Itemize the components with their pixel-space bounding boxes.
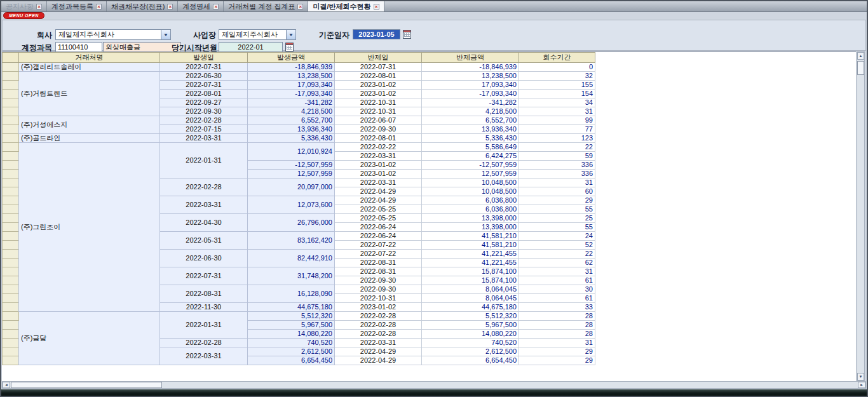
row-selector-cell[interactable] <box>3 276 19 285</box>
row-selector-cell[interactable] <box>3 267 19 276</box>
row-selector-cell[interactable] <box>3 303 19 312</box>
selector-column-header[interactable] <box>3 53 19 63</box>
settlement-amount-cell[interactable]: 2,612,500 <box>422 347 519 356</box>
scroll-down-icon[interactable]: ▼ <box>857 373 864 380</box>
occurrence-amount-cell[interactable]: -341,282 <box>248 98 335 107</box>
collection-period-cell[interactable]: 22 <box>519 250 595 259</box>
occurrence-amount-cell[interactable]: 17,093,340 <box>248 81 335 90</box>
collection-period-cell[interactable]: 155 <box>519 81 595 90</box>
row-selector-cell[interactable] <box>3 259 19 267</box>
settlement-amount-cell[interactable]: -12,507,959 <box>422 161 519 170</box>
occurrence-date-cell[interactable]: 2022-02-28 <box>160 178 248 196</box>
settlement-amount-cell[interactable]: 4,218,500 <box>422 107 519 116</box>
occurrence-date-cell[interactable]: 2022-11-30 <box>160 303 248 312</box>
settlement-date-cell[interactable]: 2023-01-02 <box>335 161 422 170</box>
settlement-amount-cell[interactable]: 12,507,959 <box>422 170 519 178</box>
chevron-down-icon[interactable]: ▼ <box>286 30 295 39</box>
settlement-date-cell[interactable]: 2022-08-31 <box>335 267 422 276</box>
customer-name-cell[interactable]: (주)거림트렌드 <box>19 72 160 116</box>
settlement-amount-cell[interactable]: 15,874,100 <box>422 276 519 285</box>
horizontal-scroll-thumb[interactable] <box>11 382 162 388</box>
settlement-amount-cell[interactable]: 6,552,700 <box>422 116 519 125</box>
settlement-date-cell[interactable]: 2023-01-02 <box>335 303 422 312</box>
row-selector-cell[interactable] <box>3 294 19 303</box>
occurrence-amount-cell[interactable]: 5,336,430 <box>248 134 335 143</box>
occurrence-amount-cell[interactable]: 14,080,220 <box>248 330 335 339</box>
tab-outstanding-settlement[interactable]: 미결/반제회수현황× <box>308 1 384 11</box>
occurrence-amount-cell[interactable]: 83,162,420 <box>248 232 335 250</box>
settlement-date-cell[interactable]: 2022-03-31 <box>335 178 422 187</box>
column-header-4[interactable]: 반제일 <box>335 53 422 63</box>
settlement-date-cell[interactable]: 2022-07-22 <box>335 241 422 250</box>
bizplace-select[interactable]: 제일제지주식회사 ▼ <box>219 29 296 40</box>
settlement-date-cell[interactable]: 2022-08-01 <box>335 134 422 143</box>
tab-close-icon[interactable]: × <box>374 4 379 10</box>
occurrence-amount-cell[interactable]: 6,552,700 <box>248 116 335 125</box>
collection-period-cell[interactable]: 55 <box>519 205 595 214</box>
settlement-date-cell[interactable]: 2023-01-02 <box>335 81 422 90</box>
collection-period-cell[interactable]: 29 <box>519 356 595 365</box>
settlement-date-cell[interactable]: 2022-02-28 <box>335 321 422 330</box>
settlement-date-cell[interactable]: 2022-03-31 <box>335 152 422 161</box>
tab-account-detail[interactable]: 계정명세× <box>178 1 224 11</box>
collection-period-cell[interactable]: 55 <box>519 223 595 232</box>
settlement-amount-cell[interactable]: 5,586,649 <box>422 143 519 152</box>
occurrence-amount-cell[interactable]: 2,612,500 <box>248 347 335 356</box>
settlement-date-cell[interactable]: 2022-09-30 <box>335 285 422 294</box>
tab-account-register[interactable]: 계정과목등록× <box>47 1 107 11</box>
occurrence-amount-cell[interactable]: 5,512,320 <box>248 312 335 321</box>
scroll-left-icon[interactable]: ◄ <box>3 382 10 388</box>
row-selector-cell[interactable] <box>3 312 19 321</box>
base-date-input[interactable]: 2023-01-05 <box>353 29 400 39</box>
row-selector-cell[interactable] <box>3 143 19 152</box>
collection-period-cell[interactable]: 31 <box>519 267 595 276</box>
tab-close-icon[interactable]: × <box>167 4 173 10</box>
row-selector-cell[interactable] <box>3 116 19 125</box>
settlement-date-cell[interactable]: 2022-02-22 <box>335 143 422 152</box>
settlement-amount-cell[interactable]: 41,581,210 <box>422 232 519 241</box>
tab-close-icon[interactable]: × <box>213 4 219 10</box>
collection-period-cell[interactable]: 22 <box>519 143 595 152</box>
occurrence-date-cell[interactable]: 2022-01-31 <box>160 312 248 339</box>
settlement-amount-cell[interactable]: 6,036,800 <box>422 205 519 214</box>
occurrence-date-cell[interactable]: 2022-04-30 <box>160 214 248 232</box>
calendar-icon[interactable] <box>403 30 411 39</box>
row-selector-cell[interactable] <box>3 187 19 196</box>
settlement-amount-cell[interactable]: 14,080,220 <box>422 330 519 339</box>
collection-period-cell[interactable]: 28 <box>519 330 595 339</box>
settlement-amount-cell[interactable]: 13,238,500 <box>422 72 519 81</box>
tab-notice[interactable]: 공지사항× <box>1 1 47 11</box>
row-selector-cell[interactable] <box>3 81 19 90</box>
settlement-date-cell[interactable]: 2022-10-31 <box>335 107 422 116</box>
collection-period-cell[interactable]: 31 <box>519 178 595 187</box>
customer-name-cell[interactable]: (주)거성에스지 <box>19 116 160 134</box>
row-selector-cell[interactable] <box>3 196 19 205</box>
settlement-amount-cell[interactable]: 5,512,320 <box>422 312 519 321</box>
settlement-date-cell[interactable]: 2022-02-28 <box>335 330 422 339</box>
occurrence-date-cell[interactable]: 2022-06-30 <box>160 72 248 81</box>
row-selector-cell[interactable] <box>3 250 19 259</box>
settlement-date-cell[interactable]: 2023-01-02 <box>335 90 422 98</box>
row-selector-cell[interactable] <box>3 107 19 116</box>
settlement-date-cell[interactable]: 2022-06-24 <box>335 223 422 232</box>
settlement-date-cell[interactable]: 2023-01-02 <box>335 170 422 178</box>
occurrence-date-cell[interactable]: 2022-02-28 <box>160 116 248 125</box>
company-select[interactable]: 제일제지주식회사 ▼ <box>55 29 171 40</box>
tab-close-icon[interactable]: × <box>297 4 303 10</box>
collection-period-cell[interactable]: 0 <box>519 63 595 72</box>
scroll-up-icon[interactable]: ▲ <box>857 52 864 60</box>
settlement-amount-cell[interactable]: 6,654,450 <box>422 356 519 365</box>
settlement-amount-cell[interactable]: 8,064,045 <box>422 285 519 294</box>
row-selector-cell[interactable] <box>3 321 19 330</box>
settlement-amount-cell[interactable]: 41,221,455 <box>422 250 519 259</box>
settlement-amount-cell[interactable]: 13,398,000 <box>422 223 519 232</box>
vertical-scrollbar[interactable]: ▲ ▼ <box>857 51 865 381</box>
row-selector-cell[interactable] <box>3 63 19 72</box>
settlement-amount-cell[interactable]: -341,282 <box>422 98 519 107</box>
occurrence-amount-cell[interactable]: 12,010,924 <box>248 143 335 161</box>
column-header-6[interactable]: 회수기간 <box>519 53 595 63</box>
row-selector-cell[interactable] <box>3 72 19 81</box>
tab-ar-ap-ledger[interactable]: 채권채무장(전표)× <box>107 1 178 11</box>
settlement-date-cell[interactable]: 2022-09-30 <box>335 276 422 285</box>
occurrence-amount-cell[interactable]: -17,093,340 <box>248 90 335 98</box>
